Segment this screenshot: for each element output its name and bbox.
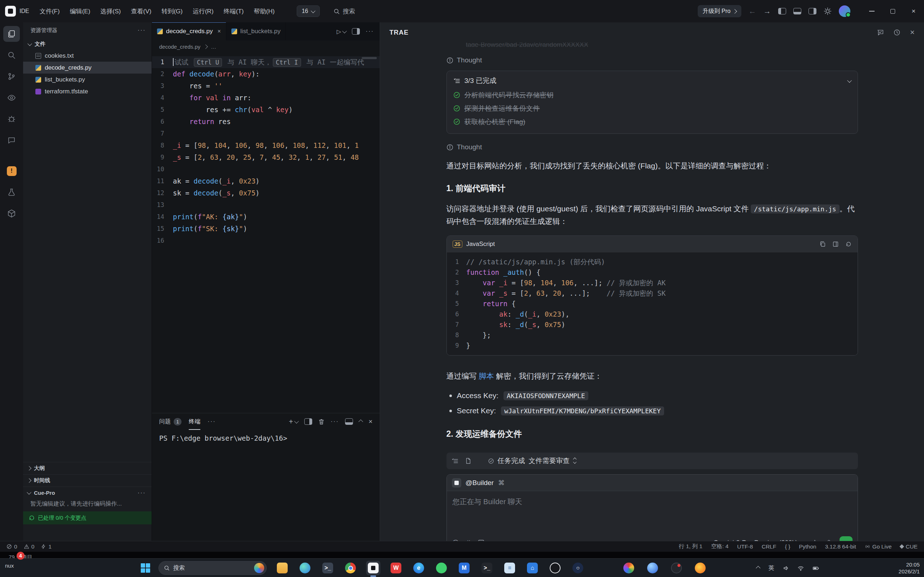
close-window-button[interactable]: × [903,0,924,23]
preview-eye-icon[interactable] [3,90,20,106]
menu-run[interactable]: 运行(R) [188,5,218,18]
chat-input[interactable] [447,491,858,532]
menu-selection[interactable]: 选择(S) [96,5,126,18]
menu-file[interactable]: 文件(F) [35,5,65,18]
apply-sync-icon[interactable] [845,241,852,247]
cursor-position[interactable]: 行 1, 列 1 [679,543,703,550]
file-explorer-app-icon[interactable] [275,561,289,575]
upgrade-pro-button[interactable]: 升级到 Pro [698,5,741,17]
tab-decode-creds[interactable]: decode_creds.py × [152,23,226,40]
network-icon[interactable] [798,565,804,571]
photos-app-icon[interactable] [622,561,636,575]
checklist-icon[interactable] [452,458,459,464]
user-avatar[interactable] [839,5,850,17]
trash-icon[interactable] [318,419,325,425]
python-runtime[interactable]: 3.12.8 64-bit [825,543,856,550]
run-button[interactable]: ▷ [337,28,346,35]
edge-2-app-icon[interactable]: e [412,561,426,575]
close-tab-icon[interactable]: × [217,28,221,35]
tab-terminal[interactable]: 终端 [189,413,200,430]
search-sidebar-icon[interactable] [3,47,20,63]
task-list-header[interactable]: 3/3 已完成 [453,73,851,89]
close-chat-icon[interactable]: × [910,28,914,37]
code-editor[interactable]: 1试试 Ctrl U 与 AI 聊天，Ctrl I 与 AI 一起编写代2def… [152,53,380,413]
files-section-header[interactable]: 文件 [23,38,152,50]
store-app-icon[interactable]: ⌂ [525,561,540,575]
cuepro-status-bar[interactable]: 已处理 0/0 个变更点 [23,511,152,524]
cuepro-section[interactable]: Cue-Pro ··· [23,487,152,499]
menu-edit[interactable]: 编辑(E) [65,5,95,18]
trae-app-icon[interactable] [366,561,380,575]
minimize-button[interactable] [861,0,882,23]
mail-app-icon[interactable]: M [457,561,472,575]
terminal-output[interactable]: PS F:\edge browser\web-2day\16> [152,430,380,446]
file-icon[interactable] [465,458,472,464]
explorer-icon[interactable] [3,26,20,42]
gear-icon[interactable] [824,7,832,15]
status-ports[interactable]: 1 [41,543,52,550]
cue-button[interactable]: CUE [900,543,918,550]
file-item-decode-creds[interactable]: decode_creds.py [23,62,152,74]
source-control-icon[interactable] [3,69,20,84]
minimap[interactable] [362,57,377,59]
menu-help[interactable]: 帮助(H) [249,5,279,18]
nav-back-button[interactable]: ← [749,7,756,16]
steam-app-icon[interactable]: ○ [571,561,585,575]
cuepro-more-icon[interactable]: ··· [137,489,146,496]
collapse-tasks-icon[interactable] [847,78,852,82]
clock-widget[interactable]: 20:05 2026/2/1 [899,561,920,575]
chat-scroll-area[interactable]: tage-Browser/bad-2day/c/randomXXXXXX Tho… [380,43,924,541]
file-item-terraform[interactable]: terraform.tfstate [23,85,152,97]
file-item-list-buckets[interactable]: list_buckets.py [23,74,152,85]
outline-section[interactable]: 大纲 [23,462,152,474]
issues-warning-icon[interactable]: ! [3,163,20,179]
go-live-button[interactable]: Go Live [865,543,892,550]
battery-icon[interactable] [813,565,819,571]
debug-icon[interactable] [3,111,20,127]
history-icon[interactable] [893,29,901,36]
panel-more-icon[interactable]: ··· [208,418,216,425]
encoding[interactable]: UTF-8 [737,543,753,550]
notes-app-icon[interactable]: ≡ [502,561,517,575]
terminal-app-icon[interactable]: >_ [480,561,494,575]
explorer-more-icon[interactable]: ··· [137,27,146,34]
language-mode[interactable]: Python [799,543,816,550]
chrome-app-icon[interactable] [343,561,358,575]
close-panel-icon[interactable]: × [368,417,373,425]
wps-app-icon[interactable]: W [389,561,403,575]
toggle-bottom-panel-button[interactable] [793,8,801,15]
opera-app-icon[interactable] [669,561,683,575]
copilot-app-icon[interactable] [645,561,660,575]
edge-app-icon[interactable] [298,561,312,575]
split-editor-icon[interactable] [352,28,360,35]
command-search[interactable]: 搜索 [333,7,355,16]
breadcrumb[interactable]: decode_creds.py … [152,40,380,53]
status-errors[interactable]: 0 [6,543,17,550]
tab-problems[interactable]: 问题 1 [159,413,181,430]
toggle-left-panel-button[interactable] [778,8,786,15]
eol-sequence[interactable]: CRLF [762,543,776,550]
breadcrumb-more[interactable]: … [211,44,216,50]
new-terminal-button[interactable]: + [289,417,298,426]
green-app-icon[interactable] [434,561,449,575]
tab-list-buckets[interactable]: list_buckets.py [226,23,286,40]
copy-icon[interactable] [819,241,826,247]
start-button[interactable] [141,563,150,573]
nav-forward-button[interactable]: → [763,7,771,16]
comments-icon[interactable] [3,132,20,148]
ime-indicator[interactable]: 英 [769,564,774,572]
agent-tools-icon[interactable]: ⌘ [498,479,505,487]
toggle-right-panel-button[interactable] [809,8,816,15]
script-link[interactable]: 脚本 [478,372,494,380]
workspace-selector[interactable]: 16 [297,5,320,17]
dev-app-icon[interactable]: >_ [320,561,335,575]
panel-layout-icon[interactable] [345,418,353,425]
braces-mode[interactable]: { } [785,543,790,550]
chevron-up-icon[interactable] [359,419,363,424]
menu-goto[interactable]: 转到(G) [157,5,187,18]
split-terminal-icon[interactable] [304,418,312,425]
terminal-more-icon[interactable]: ··· [331,418,339,425]
maximize-button[interactable] [882,0,903,23]
send-button[interactable]: ↑ [840,536,853,541]
status-warnings[interactable]: 0 [24,543,35,550]
